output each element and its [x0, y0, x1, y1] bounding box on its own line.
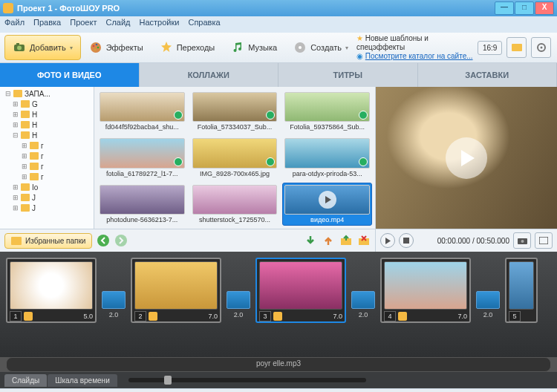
transition-duration[interactable]: 2.0 [234, 311, 244, 318]
transition-duration[interactable]: 2.0 [109, 311, 119, 318]
expand-icon[interactable]: ⊞ [21, 152, 27, 160]
play-icon [319, 191, 336, 209]
transition-duration[interactable]: 2.0 [359, 311, 368, 318]
add-button[interactable]: Добавить ▾ [4, 35, 81, 60]
zoom-slider[interactable] [128, 378, 366, 382]
fullscreen-button[interactable] [535, 232, 553, 249]
slide-duration[interactable]: 7.0 [457, 313, 467, 320]
thumbnail[interactable]: Fotolia_57334037_Sub... [190, 90, 280, 133]
menu-file[interactable]: Файл [4, 18, 25, 31]
transition-button[interactable] [102, 291, 126, 309]
edit-slide-button[interactable] [24, 312, 33, 321]
favorite-folders-button[interactable]: Избранные папки [4, 233, 92, 249]
back-button[interactable] [97, 234, 110, 247]
minimize-button[interactable]: — [495, 1, 514, 15]
expand-icon[interactable]: ⊞ [12, 121, 19, 128]
thumbnail[interactable]: видео.mp4 [282, 183, 372, 226]
tree-item[interactable]: ⊞г [1, 161, 92, 172]
thumbnail[interactable]: Fotolia_59375864_Sub... [282, 90, 372, 133]
forward-button[interactable] [114, 234, 128, 247]
tab-collage[interactable]: КОЛЛАЖИ [140, 63, 279, 87]
tree-item[interactable]: ⊞г [1, 151, 92, 161]
expand-icon[interactable]: ⊞ [12, 100, 19, 108]
slide-duration[interactable]: 7.0 [208, 313, 218, 320]
timeline-slide[interactable]: 37.0 [255, 258, 346, 323]
create-button[interactable]: Создать ▾ [285, 35, 356, 60]
transitions-button[interactable]: Переходы [152, 35, 224, 60]
tab-photo[interactable]: ФОТО И ВИДЕО [0, 63, 140, 87]
timeline[interactable]: 15.02.027.02.037.02.047.02.05 [0, 252, 557, 357]
tree-item[interactable]: ⊞J [1, 203, 92, 213]
folder-tree[interactable]: ⊟ЗАПА...⊞G⊞H⊞H⊟H⊞г⊞г⊞г⊞г⊞Io⊞J⊞J [0, 87, 94, 229]
edit-slide-button[interactable] [398, 312, 407, 321]
tree-item[interactable]: ⊟ЗАПА... [1, 88, 92, 99]
menu-settings[interactable]: Настройки [140, 18, 180, 31]
thumbnail[interactable]: photodune-5636213-7... [97, 183, 187, 226]
menu-edit[interactable]: Правка [33, 18, 61, 31]
aspect-ratio-button[interactable]: 16:9 [478, 41, 502, 55]
thumbnail[interactable]: shutterstock_1725570... [190, 183, 280, 226]
tree-item[interactable]: ⊞г [1, 172, 92, 182]
close-button[interactable]: X [535, 1, 554, 15]
tab-splash[interactable]: ЗАСТАВКИ [418, 63, 558, 87]
stop-button[interactable] [399, 233, 414, 248]
monitor-icon [512, 44, 522, 51]
tree-item[interactable]: ⊞Io [1, 182, 92, 192]
thumbnail[interactable]: para-otdyx-priroda-53... [282, 136, 372, 179]
transition-button[interactable] [476, 291, 500, 309]
timeline-slide[interactable]: 47.0 [380, 258, 471, 323]
tree-item[interactable]: ⊞H [1, 109, 92, 120]
maximize-button[interactable]: □ [515, 1, 534, 15]
expand-icon[interactable]: ⊞ [12, 204, 19, 212]
expand-icon[interactable]: ⊟ [12, 131, 19, 139]
expand-icon[interactable]: ⊞ [12, 111, 19, 118]
expand-icon[interactable]: ⊞ [21, 163, 27, 170]
preview-viewport[interactable] [376, 87, 557, 229]
tree-item[interactable]: ⊞H [1, 120, 92, 130]
tree-item[interactable]: ⊟H [1, 130, 92, 140]
expand-icon[interactable]: ⊞ [21, 173, 27, 180]
import-button[interactable] [304, 234, 317, 247]
expand-icon[interactable]: ⊞ [12, 194, 19, 201]
tree-item[interactable]: ⊞J [1, 192, 92, 203]
thumbnail[interactable]: fd044f5f92bacba4_shu... [97, 90, 187, 133]
edit-slide-button[interactable] [149, 312, 157, 321]
timeline-slide[interactable]: 27.0 [131, 258, 221, 323]
timeline-tab-time[interactable]: Шкала времени [48, 374, 117, 387]
transition-duration[interactable]: 2.0 [483, 311, 493, 318]
edit-slide-button[interactable] [273, 312, 282, 321]
thumbnail[interactable]: fotolia_61789272_l1-7... [97, 136, 187, 179]
remove-from-favorites-button[interactable] [357, 234, 371, 247]
preview-play-overlay[interactable] [446, 137, 487, 179]
audio-track[interactable]: poyr elle.mp3 [6, 357, 551, 372]
screen-settings-button[interactable] [506, 37, 527, 58]
slide-duration[interactable]: 7.0 [333, 313, 342, 320]
tree-item[interactable]: ⊞г [1, 140, 92, 151]
snapshot-button[interactable] [513, 232, 531, 249]
timeline-tab-slides[interactable]: Слайды [4, 374, 47, 387]
tab-titles[interactable]: ТИТРЫ [278, 63, 418, 87]
expand-icon[interactable]: ⊞ [12, 183, 19, 191]
promo-link[interactable]: Посмотрите каталог на сайте... [365, 52, 473, 60]
play-button[interactable] [380, 233, 395, 248]
timeline-slide[interactable]: 15.0 [6, 258, 97, 323]
music-button[interactable]: Музыка [223, 35, 285, 60]
export-button[interactable] [322, 234, 335, 247]
timeline-slide[interactable]: 5 [505, 258, 538, 323]
tree-item[interactable]: ⊞G [1, 99, 92, 109]
menu-help[interactable]: Справка [188, 18, 220, 31]
transition-button[interactable] [227, 291, 250, 309]
add-to-favorites-button[interactable] [339, 234, 353, 247]
svg-point-5 [95, 44, 97, 46]
expand-icon[interactable]: ⊟ [4, 90, 11, 97]
slide-duration[interactable]: 5.0 [83, 313, 93, 320]
zoom-handle[interactable] [164, 376, 172, 385]
thumb-image [192, 138, 278, 168]
menu-slide[interactable]: Слайд [105, 18, 130, 31]
effects-button[interactable]: Эффекты [81, 35, 152, 60]
settings-button[interactable] [531, 37, 551, 58]
expand-icon[interactable]: ⊞ [21, 142, 27, 149]
thumbnail[interactable]: IMG_8928-700x465.jpg [190, 136, 280, 179]
menu-project[interactable]: Проект [70, 18, 97, 31]
transition-button[interactable] [351, 291, 375, 309]
